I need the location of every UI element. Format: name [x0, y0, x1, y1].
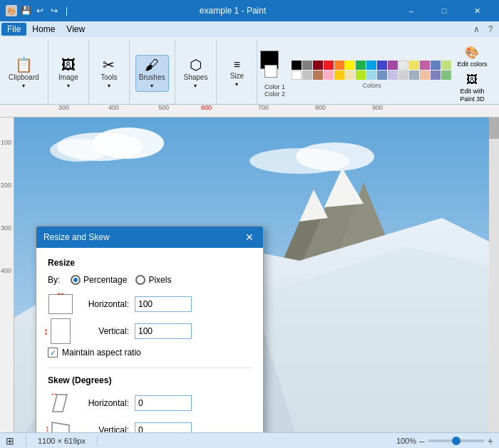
swatch-18[interactable] [324, 71, 334, 80]
zoom-plus-button[interactable]: + [488, 435, 493, 447]
ribbon-group-colors: Color 1 Color 2 [257, 40, 493, 104]
resize-section-label: Resize [48, 258, 252, 268]
skew-vertical-icon: ↕ [48, 420, 73, 432]
dialog-body: Resize By: Percentage Pixels [36, 248, 263, 432]
title-bar-icons: 🎨 💾 ↩ ↪ | [6, 5, 71, 16]
minimize-button[interactable]: – [395, 0, 428, 21]
dialog-title-bar: Resize and Skew ✕ [36, 226, 263, 248]
clipboard-dropdown-icon: ▾ [22, 83, 25, 89]
horizontal-label: Horizontal: [79, 299, 129, 309]
quick-redo-icon[interactable]: ↪ [48, 5, 60, 16]
ribbon-group-size: ≡ Size ▾ [217, 40, 257, 104]
radio-percentage-circle[interactable] [71, 275, 81, 285]
swatch-29[interactable] [441, 71, 451, 80]
swatch-10[interactable] [398, 61, 408, 70]
vertical-resize-row: ↕ Vertical: [48, 321, 252, 342]
swatch-22[interactable] [366, 71, 376, 80]
color-boxes [260, 51, 289, 82]
swatch-23[interactable] [377, 71, 387, 80]
vertical-resize-icon: ↕ [48, 321, 73, 342]
swatch-19[interactable] [334, 71, 344, 80]
ribbon-collapse-icon[interactable]: ∧ [469, 23, 483, 36]
swatch-11[interactable] [409, 61, 419, 70]
swatch-5[interactable] [345, 61, 355, 70]
color1-label: Color 1 [264, 83, 285, 90]
dialog-close-button[interactable]: ✕ [243, 231, 256, 244]
skew-vertical-input[interactable] [135, 422, 192, 432]
skew-horizontal-icon: ↔ [48, 392, 73, 414]
swatch-8[interactable] [377, 61, 387, 70]
swatch-27[interactable] [420, 71, 430, 80]
skew-horizontal-input[interactable] [135, 395, 192, 411]
by-label: By: [48, 275, 62, 285]
title-bar: 🎨 💾 ↩ ↪ | example 1 - Paint – □ ✕ [0, 0, 499, 21]
vertical-label: Vertical: [79, 326, 129, 336]
swatch-17[interactable] [313, 71, 323, 80]
zoom-slider[interactable] [428, 439, 485, 442]
maximize-button[interactable]: □ [428, 0, 461, 21]
edit-paint3d-button[interactable]: 🖼 Edit withPaint 3D [454, 71, 490, 105]
help-icon[interactable]: ? [483, 23, 498, 36]
resize-v-box [51, 318, 71, 344]
swatch-2[interactable] [313, 61, 323, 70]
quick-save-icon[interactable]: 💾 [20, 5, 31, 16]
title-buttons: – □ ✕ [395, 0, 493, 21]
close-button[interactable]: ✕ [461, 0, 493, 21]
image-dropdown-icon: ▾ [67, 83, 70, 89]
swatch-3[interactable] [324, 61, 334, 70]
swatch-24[interactable] [388, 71, 398, 80]
swatch-6[interactable] [356, 61, 366, 70]
swatch-20[interactable] [345, 71, 355, 80]
resize-v-arrow: ↕ [43, 326, 48, 336]
swatch-26[interactable] [409, 71, 419, 80]
quick-undo-icon[interactable]: ↩ [34, 5, 46, 16]
swatch-15[interactable] [292, 71, 302, 80]
image-button[interactable]: 🖼 Image ▾ [54, 56, 83, 91]
radio-pixels[interactable]: Pixels [135, 275, 171, 285]
zoom-minus-button[interactable]: – [419, 435, 425, 447]
ribbon-group-tools: ✂ Tools ▾ [89, 40, 130, 104]
radio-percentage[interactable]: Percentage [71, 275, 127, 285]
swatch-14[interactable] [441, 61, 451, 70]
menu-home[interactable]: Home [26, 23, 61, 36]
swatch-9[interactable] [388, 61, 398, 70]
dialog-title-text: Resize and Skew [43, 232, 110, 242]
radio-percentage-label: Percentage [83, 275, 127, 285]
svg-marker-15 [52, 422, 69, 432]
zoom-thumb[interactable] [452, 437, 461, 445]
swatch-1[interactable] [302, 61, 312, 70]
horizontal-resize-input[interactable] [135, 296, 192, 312]
swatch-0[interactable] [292, 61, 302, 70]
horizontal-resize-icon: ↔ [48, 293, 73, 315]
menu-view[interactable]: View [61, 23, 91, 36]
window-title: example 1 - Paint [71, 6, 395, 16]
menu-file[interactable]: File [1, 23, 26, 36]
status-bar: ⊞ 1100 × 619px 100% – + [0, 432, 499, 448]
shapes-button[interactable]: ⬡ Shapes ▾ [181, 56, 211, 91]
shapes-dropdown-icon: ▾ [194, 83, 197, 89]
ribbon-group-shapes: ⬡ Shapes ▾ [175, 40, 217, 104]
main-content: 300 400 500 600 700 800 900 100 200 300 … [0, 105, 499, 432]
clipboard-button[interactable]: 📋 Clipboard ▾ [6, 56, 42, 91]
edit-colors-icon: 🎨 [465, 46, 479, 59]
edit-colors-button[interactable]: 🎨 Edit colors [454, 43, 490, 70]
brushes-button[interactable]: 🖌 Brushes ▾ [135, 55, 169, 92]
skew-v-arrow: ↕ [45, 424, 49, 432]
swatch-28[interactable] [431, 71, 441, 80]
swatch-25[interactable] [398, 71, 408, 80]
tools-button[interactable]: ✂ Tools ▾ [95, 56, 123, 91]
horizontal-resize-row: ↔ Horizontal: [48, 293, 252, 315]
swatch-7[interactable] [366, 61, 376, 70]
clipboard-icon: 📋 [15, 58, 33, 72]
color2-box[interactable] [264, 65, 277, 78]
swatch-4[interactable] [334, 61, 344, 70]
maintain-aspect-checkbox[interactable] [48, 348, 58, 358]
swatch-13[interactable] [431, 61, 441, 70]
swatch-21[interactable] [356, 71, 366, 80]
vertical-resize-input[interactable] [135, 323, 192, 339]
skew-horizontal-row: ↔ Horizontal: [48, 392, 252, 414]
swatch-12[interactable] [420, 61, 430, 70]
size-button[interactable]: ≡ Size ▾ [222, 57, 251, 90]
swatch-16[interactable] [302, 71, 312, 80]
radio-pixels-circle[interactable] [135, 275, 145, 285]
